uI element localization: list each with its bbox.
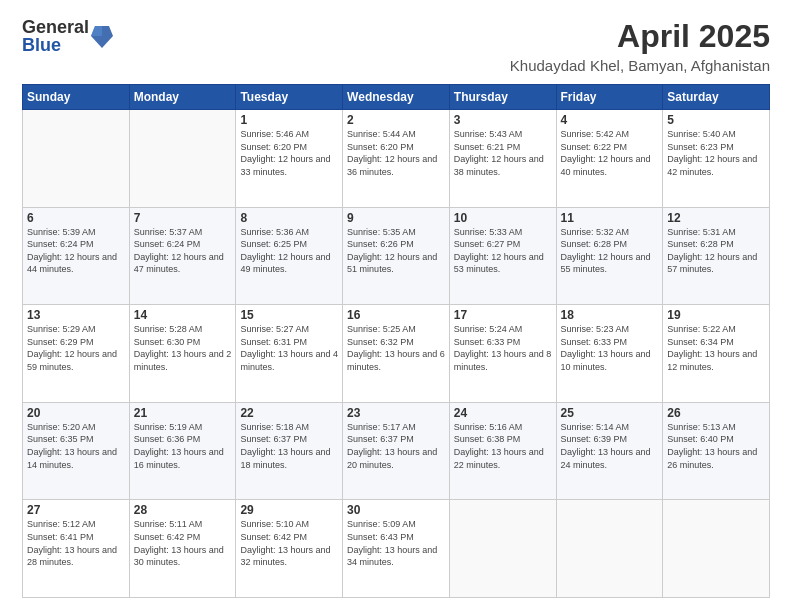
day-number: 10 [454, 211, 552, 225]
calendar-week-row: 27Sunrise: 5:12 AM Sunset: 6:41 PM Dayli… [23, 500, 770, 598]
calendar-week-row: 20Sunrise: 5:20 AM Sunset: 6:35 PM Dayli… [23, 402, 770, 500]
day-number: 18 [561, 308, 659, 322]
day-number: 15 [240, 308, 338, 322]
calendar-cell: 5Sunrise: 5:40 AM Sunset: 6:23 PM Daylig… [663, 110, 770, 208]
day-number: 25 [561, 406, 659, 420]
calendar-cell: 29Sunrise: 5:10 AM Sunset: 6:42 PM Dayli… [236, 500, 343, 598]
weekday-header-sunday: Sunday [23, 85, 130, 110]
calendar-cell: 4Sunrise: 5:42 AM Sunset: 6:22 PM Daylig… [556, 110, 663, 208]
calendar-cell: 23Sunrise: 5:17 AM Sunset: 6:37 PM Dayli… [343, 402, 450, 500]
day-info: Sunrise: 5:12 AM Sunset: 6:41 PM Dayligh… [27, 518, 125, 568]
day-number: 13 [27, 308, 125, 322]
weekday-header-saturday: Saturday [663, 85, 770, 110]
calendar-cell: 8Sunrise: 5:36 AM Sunset: 6:25 PM Daylig… [236, 207, 343, 305]
day-info: Sunrise: 5:43 AM Sunset: 6:21 PM Dayligh… [454, 128, 552, 178]
svg-marker-1 [91, 26, 102, 36]
weekday-header-wednesday: Wednesday [343, 85, 450, 110]
day-info: Sunrise: 5:10 AM Sunset: 6:42 PM Dayligh… [240, 518, 338, 568]
day-info: Sunrise: 5:22 AM Sunset: 6:34 PM Dayligh… [667, 323, 765, 373]
day-info: Sunrise: 5:28 AM Sunset: 6:30 PM Dayligh… [134, 323, 232, 373]
calendar-cell: 16Sunrise: 5:25 AM Sunset: 6:32 PM Dayli… [343, 305, 450, 403]
day-info: Sunrise: 5:13 AM Sunset: 6:40 PM Dayligh… [667, 421, 765, 471]
day-number: 20 [27, 406, 125, 420]
location-title: Khudaydad Khel, Bamyan, Afghanistan [510, 57, 770, 74]
calendar-cell: 13Sunrise: 5:29 AM Sunset: 6:29 PM Dayli… [23, 305, 130, 403]
calendar-cell [556, 500, 663, 598]
day-number: 22 [240, 406, 338, 420]
day-info: Sunrise: 5:20 AM Sunset: 6:35 PM Dayligh… [27, 421, 125, 471]
day-info: Sunrise: 5:11 AM Sunset: 6:42 PM Dayligh… [134, 518, 232, 568]
calendar-cell: 17Sunrise: 5:24 AM Sunset: 6:33 PM Dayli… [449, 305, 556, 403]
page: General Blue April 2025 Khudaydad Khel, … [0, 0, 792, 612]
day-number: 1 [240, 113, 338, 127]
calendar-cell: 28Sunrise: 5:11 AM Sunset: 6:42 PM Dayli… [129, 500, 236, 598]
day-info: Sunrise: 5:14 AM Sunset: 6:39 PM Dayligh… [561, 421, 659, 471]
calendar-cell [449, 500, 556, 598]
calendar-cell: 1Sunrise: 5:46 AM Sunset: 6:20 PM Daylig… [236, 110, 343, 208]
day-info: Sunrise: 5:37 AM Sunset: 6:24 PM Dayligh… [134, 226, 232, 276]
calendar-cell: 14Sunrise: 5:28 AM Sunset: 6:30 PM Dayli… [129, 305, 236, 403]
calendar-cell [129, 110, 236, 208]
day-number: 12 [667, 211, 765, 225]
day-info: Sunrise: 5:29 AM Sunset: 6:29 PM Dayligh… [27, 323, 125, 373]
calendar-cell: 6Sunrise: 5:39 AM Sunset: 6:24 PM Daylig… [23, 207, 130, 305]
day-info: Sunrise: 5:23 AM Sunset: 6:33 PM Dayligh… [561, 323, 659, 373]
calendar-cell: 3Sunrise: 5:43 AM Sunset: 6:21 PM Daylig… [449, 110, 556, 208]
day-info: Sunrise: 5:31 AM Sunset: 6:28 PM Dayligh… [667, 226, 765, 276]
calendar-cell: 27Sunrise: 5:12 AM Sunset: 6:41 PM Dayli… [23, 500, 130, 598]
calendar-week-row: 13Sunrise: 5:29 AM Sunset: 6:29 PM Dayli… [23, 305, 770, 403]
day-info: Sunrise: 5:40 AM Sunset: 6:23 PM Dayligh… [667, 128, 765, 178]
day-info: Sunrise: 5:42 AM Sunset: 6:22 PM Dayligh… [561, 128, 659, 178]
calendar-cell: 19Sunrise: 5:22 AM Sunset: 6:34 PM Dayli… [663, 305, 770, 403]
calendar-cell: 11Sunrise: 5:32 AM Sunset: 6:28 PM Dayli… [556, 207, 663, 305]
day-info: Sunrise: 5:46 AM Sunset: 6:20 PM Dayligh… [240, 128, 338, 178]
day-number: 27 [27, 503, 125, 517]
calendar-cell: 24Sunrise: 5:16 AM Sunset: 6:38 PM Dayli… [449, 402, 556, 500]
day-number: 16 [347, 308, 445, 322]
day-info: Sunrise: 5:35 AM Sunset: 6:26 PM Dayligh… [347, 226, 445, 276]
calendar-cell [663, 500, 770, 598]
day-number: 11 [561, 211, 659, 225]
logo-blue: Blue [22, 36, 89, 54]
day-number: 4 [561, 113, 659, 127]
day-info: Sunrise: 5:27 AM Sunset: 6:31 PM Dayligh… [240, 323, 338, 373]
calendar-cell: 21Sunrise: 5:19 AM Sunset: 6:36 PM Dayli… [129, 402, 236, 500]
calendar-cell: 26Sunrise: 5:13 AM Sunset: 6:40 PM Dayli… [663, 402, 770, 500]
calendar-cell: 15Sunrise: 5:27 AM Sunset: 6:31 PM Dayli… [236, 305, 343, 403]
month-title: April 2025 [510, 18, 770, 55]
calendar-week-row: 6Sunrise: 5:39 AM Sunset: 6:24 PM Daylig… [23, 207, 770, 305]
calendar-cell: 9Sunrise: 5:35 AM Sunset: 6:26 PM Daylig… [343, 207, 450, 305]
day-number: 19 [667, 308, 765, 322]
day-info: Sunrise: 5:09 AM Sunset: 6:43 PM Dayligh… [347, 518, 445, 568]
calendar-cell: 2Sunrise: 5:44 AM Sunset: 6:20 PM Daylig… [343, 110, 450, 208]
calendar-cell: 7Sunrise: 5:37 AM Sunset: 6:24 PM Daylig… [129, 207, 236, 305]
calendar-cell: 22Sunrise: 5:18 AM Sunset: 6:37 PM Dayli… [236, 402, 343, 500]
weekday-header-monday: Monday [129, 85, 236, 110]
calendar-cell: 18Sunrise: 5:23 AM Sunset: 6:33 PM Dayli… [556, 305, 663, 403]
day-info: Sunrise: 5:19 AM Sunset: 6:36 PM Dayligh… [134, 421, 232, 471]
day-info: Sunrise: 5:39 AM Sunset: 6:24 PM Dayligh… [27, 226, 125, 276]
day-number: 30 [347, 503, 445, 517]
header: General Blue April 2025 Khudaydad Khel, … [22, 18, 770, 74]
logo-general: General [22, 18, 89, 36]
day-number: 21 [134, 406, 232, 420]
logo-icon [91, 22, 113, 50]
day-number: 24 [454, 406, 552, 420]
weekday-header-friday: Friday [556, 85, 663, 110]
day-number: 8 [240, 211, 338, 225]
day-number: 28 [134, 503, 232, 517]
day-info: Sunrise: 5:17 AM Sunset: 6:37 PM Dayligh… [347, 421, 445, 471]
day-info: Sunrise: 5:18 AM Sunset: 6:37 PM Dayligh… [240, 421, 338, 471]
calendar-cell: 30Sunrise: 5:09 AM Sunset: 6:43 PM Dayli… [343, 500, 450, 598]
calendar-cell: 12Sunrise: 5:31 AM Sunset: 6:28 PM Dayli… [663, 207, 770, 305]
day-number: 5 [667, 113, 765, 127]
weekday-header-tuesday: Tuesday [236, 85, 343, 110]
day-number: 17 [454, 308, 552, 322]
day-number: 9 [347, 211, 445, 225]
calendar-week-row: 1Sunrise: 5:46 AM Sunset: 6:20 PM Daylig… [23, 110, 770, 208]
day-number: 2 [347, 113, 445, 127]
weekday-header-row: SundayMondayTuesdayWednesdayThursdayFrid… [23, 85, 770, 110]
calendar-cell [23, 110, 130, 208]
day-info: Sunrise: 5:33 AM Sunset: 6:27 PM Dayligh… [454, 226, 552, 276]
logo: General Blue [22, 18, 113, 54]
